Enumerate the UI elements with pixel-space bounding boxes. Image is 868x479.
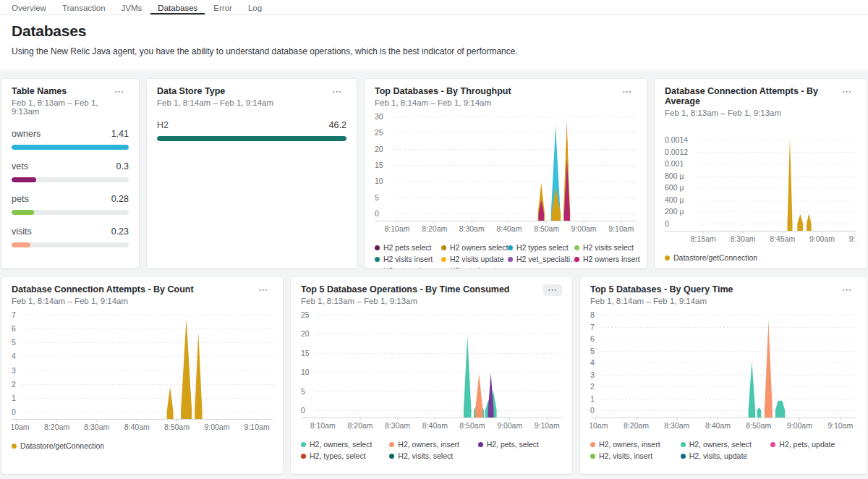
legend-item[interactable]: H2 visits insert (375, 255, 433, 263)
legend-color-dot (375, 257, 380, 262)
legend-item[interactable]: H2, visits, update (681, 452, 748, 460)
chart-legend: H2, owners, insertH2, owners, selectH2, … (590, 440, 856, 460)
card-connection-attempts-by-average: Database Connection Attempts - By Averag… (655, 79, 867, 268)
svg-text:2: 2 (590, 382, 595, 391)
legend-label: H2, types, select (310, 452, 366, 460)
card-time-range: Feb 1, 8:14am – Feb 1, 9:14am (590, 297, 733, 305)
svg-text:8: 8 (590, 311, 595, 319)
legend-color-dot (441, 245, 446, 250)
legend-item[interactable]: H2 visits update (441, 255, 504, 263)
svg-text:400 µ: 400 µ (665, 195, 684, 204)
legend-item[interactable]: H2 visits select (574, 243, 634, 252)
legend-label: H2 visits update (450, 255, 504, 263)
legend-label: H2, visits, update (689, 452, 748, 460)
svg-text:0.001: 0.001 (665, 159, 684, 168)
legend-color-dot (389, 442, 394, 447)
legend-label: H2 pets insert (450, 266, 497, 268)
svg-text:9:00am: 9:00am (571, 224, 597, 233)
tab-error[interactable]: Error (206, 0, 239, 14)
operations-time-area-chart[interactable]: 05101520258:10am8:20am8:30am8:40am8:50am… (301, 311, 562, 434)
tab-transaction[interactable]: Transaction (55, 0, 113, 14)
legend-item[interactable]: H2, owners, select (301, 440, 372, 449)
svg-text:8:30am: 8:30am (459, 224, 485, 233)
svg-text:8:50am: 8:50am (459, 421, 485, 430)
card-time-range: Feb 1, 8:14am – Feb 1, 9:14am (375, 98, 511, 107)
svg-text:8:50am: 8:50am (164, 423, 190, 431)
legend-label: H2, pets, update (779, 440, 835, 449)
query-time-area-chart[interactable]: 0123456788:10am8:20am8:30am8:40am8:50am9… (590, 311, 856, 434)
legend-item[interactable]: H2 owners select (441, 243, 509, 252)
svg-text:8:30am: 8:30am (730, 234, 755, 243)
legend-item[interactable]: H2, pets, select (478, 440, 539, 449)
chart-legend: H2 pets selectH2 owners selectH2 types s… (375, 243, 637, 268)
connection-count-area-chart[interactable]: 012345678:10am8:20am8:30am8:40am8:50am9:… (12, 311, 273, 436)
legend-color-dot (665, 255, 670, 260)
svg-text:8:40am: 8:40am (124, 423, 150, 431)
svg-text:9:00am: 9:00am (204, 423, 229, 431)
legend-color-dot (441, 257, 446, 262)
legend-color-dot (301, 442, 306, 447)
legend-color-dot (508, 257, 513, 262)
card-menu-button[interactable]: ⋯ (110, 86, 129, 98)
legend-label: Datastore/getConnection (20, 441, 104, 450)
card-title: Database Connection Attempts - By Averag… (665, 86, 838, 106)
bar-list: owners1.41vets0.3pets0.28visits0.23 (12, 129, 129, 247)
card-menu-button[interactable]: ⋯ (618, 86, 637, 98)
legend-label: H2, owners, select (310, 440, 372, 449)
card-menu-button[interactable]: ⋯ (543, 284, 562, 296)
tab-databases[interactable]: Databases (150, 0, 205, 14)
bar-fill (12, 242, 30, 247)
legend-item[interactable]: H2 pets select (375, 243, 432, 252)
svg-text:8:45am: 8:45am (770, 234, 795, 243)
legend-item[interactable]: H2 vets select (375, 266, 431, 268)
tab-jvms[interactable]: JVMs (114, 0, 150, 14)
legend-label: H2, visits, select (398, 452, 453, 460)
legend-item[interactable]: H2, visits, select (389, 452, 453, 460)
card-menu-button[interactable]: ⋯ (328, 86, 346, 98)
tab-log[interactable]: Log (241, 0, 269, 14)
svg-text:8:10am: 8:10am (590, 421, 608, 430)
bar-track (12, 242, 129, 247)
tab-overview[interactable]: Overview (4, 0, 54, 14)
legend-item[interactable]: H2 types select (508, 243, 569, 252)
legend-item[interactable]: Datastore/getConnection (665, 253, 757, 262)
svg-text:2: 2 (12, 380, 16, 389)
legend-item[interactable]: H2 owners insert (574, 255, 640, 263)
bar-value: 0.3 (116, 161, 129, 171)
legend-item[interactable]: H2, owners, insert (389, 440, 459, 449)
throughput-area-chart[interactable]: 0510152025308:10am8:20am8:30am8:40am8:50… (375, 113, 637, 237)
bar-row: vets0.3 (12, 161, 129, 182)
legend-label: H2 vet_specialti… (516, 255, 578, 263)
card-title: Database Connection Attempts - By Count (12, 284, 194, 294)
legend-color-dot (12, 444, 17, 449)
svg-text:5: 5 (590, 347, 595, 355)
legend-item[interactable]: H2, owners, select (681, 440, 752, 449)
legend-color-dot (590, 454, 595, 459)
bar-fill (12, 145, 129, 150)
legend-item[interactable]: H2, types, select (301, 452, 366, 460)
legend-item[interactable]: H2, pets, update (770, 440, 835, 449)
card-menu-button[interactable]: ⋯ (254, 284, 273, 296)
svg-text:8:30am: 8:30am (84, 423, 109, 431)
bar-row: H246.2 (157, 120, 346, 141)
legend-item[interactable]: H2, owners, insert (590, 440, 660, 449)
legend-label: H2 owners insert (583, 255, 640, 263)
legend-item[interactable]: Datastore/getConnection (12, 441, 104, 450)
chart-legend: Datastore/getConnection (665, 253, 856, 262)
card-menu-button[interactable]: ⋯ (838, 86, 856, 98)
svg-text:9:10am: 9:10am (244, 423, 270, 431)
legend-label: H2, visits, insert (599, 452, 652, 460)
legend-item[interactable]: H2 pets insert (441, 266, 497, 268)
legend-item[interactable]: H2 vet_specialti… (508, 255, 578, 263)
legend-label: H2, owners, insert (599, 440, 660, 449)
page-header: Databases Using the New Relic Java agent… (0, 15, 868, 69)
card-data-store-type: Data Store Type Feb 1, 8:14am – Feb 1, 9… (147, 79, 357, 268)
svg-text:8:20am: 8:20am (422, 224, 447, 233)
legend-item[interactable]: H2, visits, insert (590, 452, 652, 460)
legend-label: H2 visits select (583, 243, 634, 252)
card-menu-button[interactable]: ⋯ (838, 284, 856, 296)
connection-average-area-chart[interactable]: 0200 µ400 µ600 µ800 µ0.0010.00120.00148:… (665, 133, 856, 247)
svg-text:8:50am: 8:50am (746, 421, 771, 430)
svg-text:15: 15 (375, 161, 383, 169)
svg-text:8:30am: 8:30am (385, 421, 410, 430)
